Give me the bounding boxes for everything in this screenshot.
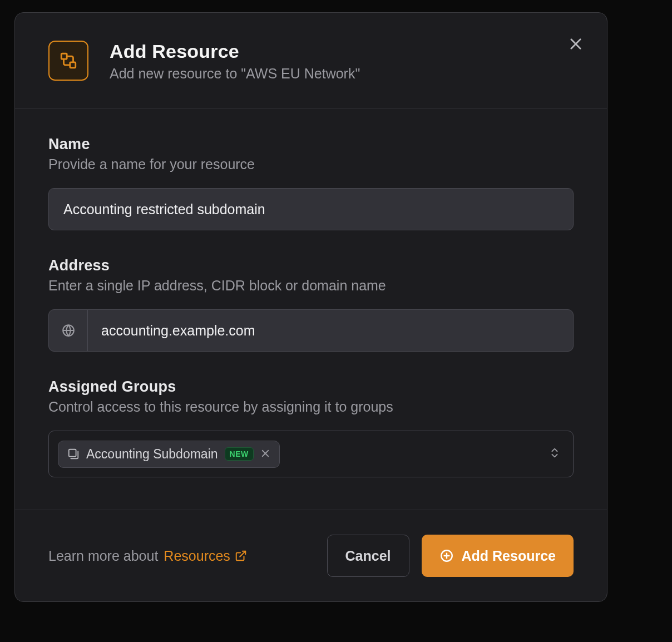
name-field: Name Provide a name for your resource [48,136,574,230]
groups-dropdown-toggle[interactable] [549,447,561,461]
add-resource-button[interactable]: Add Resource [422,535,574,577]
dialog-body: Name Provide a name for your resource Ad… [15,109,607,510]
add-resource-dialog: Add Resource Add new resource to "AWS EU… [14,12,607,602]
remove-chip-button[interactable] [260,447,270,462]
x-icon [260,448,270,458]
name-input[interactable] [48,188,574,230]
close-icon [568,36,584,52]
new-badge: NEW [225,447,254,461]
svg-rect-1 [70,62,76,68]
dialog-subtitle: Add new resource to "AWS EU Network" [110,66,360,82]
address-field: Address Enter a single IP address, CIDR … [48,257,574,352]
name-desc: Provide a name for your resource [48,156,574,172]
address-input[interactable] [88,310,573,351]
cancel-button[interactable]: Cancel [327,535,409,577]
groups-label: Assigned Groups [48,378,574,396]
address-label: Address [48,257,574,274]
group-chip: Accounting Subdomain NEW [58,441,280,468]
name-label: Name [48,136,574,153]
learn-more-text: Learn more about [48,548,158,564]
resources-link[interactable]: Resources [164,548,247,564]
resources-link-label: Resources [164,548,230,564]
group-icon [67,448,80,460]
chevrons-up-down-icon [549,447,561,459]
groups-field: Assigned Groups Control access to this r… [48,378,574,477]
dialog-header: Add Resource Add new resource to "AWS EU… [15,13,607,109]
external-link-icon [235,550,247,562]
svg-rect-0 [61,53,67,59]
dialog-footer: Learn more about Resources Cancel Add Re… [15,510,607,601]
groups-select[interactable]: Accounting Subdomain NEW [48,431,574,477]
network-icon [59,51,78,70]
address-input-wrap [48,309,574,352]
svg-line-9 [240,551,245,557]
add-resource-button-label: Add Resource [462,548,556,564]
dialog-title: Add Resource [110,41,360,62]
group-chip-label: Accounting Subdomain [86,447,218,462]
cancel-button-label: Cancel [345,548,391,564]
address-prefix [49,310,88,351]
resource-icon [48,41,88,81]
close-button[interactable] [568,36,584,52]
header-text: Add Resource Add new resource to "AWS EU… [110,41,360,82]
globe-icon [61,323,76,338]
plus-circle-icon [439,549,454,563]
address-desc: Enter a single IP address, CIDR block or… [48,278,574,294]
svg-rect-6 [69,450,76,457]
groups-desc: Control access to this resource by assig… [48,399,574,415]
